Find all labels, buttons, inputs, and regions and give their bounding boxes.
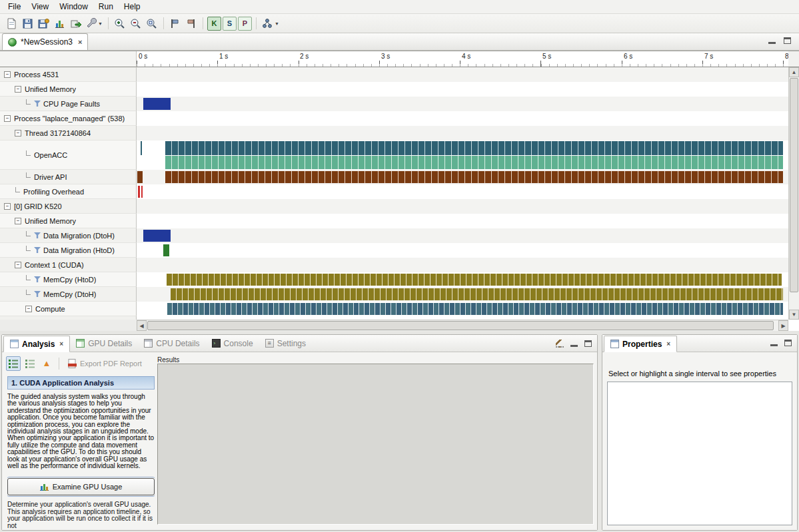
examine-gpu-usage-button[interactable]: Examine GPU Usage [7,478,155,495]
timeline-track[interactable] [137,302,788,316]
timeline-interval[interactable] [163,244,169,256]
collapse-icon[interactable] [4,203,11,210]
maximize-icon[interactable] [784,37,791,44]
tab-cpu-details[interactable]: CPU Details [138,335,205,352]
filter-icon[interactable] [34,232,41,238]
kernel-toggle-button[interactable]: K [207,17,221,31]
menu-view[interactable]: View [26,1,54,13]
tree-row-data-migration-htod[interactable]: Data Migration (HtoD) [0,243,137,258]
process-toggle-button[interactable]: P [238,17,252,31]
save-as-icon[interactable] [35,16,51,31]
zoom-in-icon[interactable] [112,16,128,31]
scroll-up-icon[interactable]: ▲ [789,67,799,77]
guided-analysis-icon[interactable] [6,356,21,371]
close-icon[interactable]: × [78,38,82,46]
stream-toggle-button[interactable]: S [223,17,237,31]
timeline-track[interactable] [137,287,788,302]
collapse-icon[interactable] [15,218,21,224]
new-session-icon[interactable] [3,16,19,31]
collapse-icon[interactable] [15,86,21,93]
timeline-interval[interactable] [165,156,784,169]
zoom-out-icon[interactable] [128,16,144,31]
horizontal-scroll-thumb[interactable] [147,321,774,330]
timeline-track[interactable] [137,126,788,140]
chart-icon[interactable] [51,16,67,31]
vertical-scroll-thumb[interactable] [790,78,798,292]
tree-row-compute[interactable]: Compute [0,302,137,316]
timeline-interval[interactable] [141,141,142,155]
collapse-icon[interactable] [15,130,21,136]
timeline-interval[interactable] [143,230,171,242]
timeline-track[interactable] [137,199,788,214]
menu-file[interactable]: File [3,1,26,13]
tab-console[interactable]: Console [206,335,259,352]
scroll-down-icon[interactable]: ▼ [789,310,799,320]
maximize-icon[interactable] [784,340,792,346]
timeline-track[interactable] [137,228,788,243]
timeline-interval[interactable] [167,303,783,315]
dropdown-arrow-icon[interactable]: ▼ [98,21,103,26]
timeline-interval[interactable] [143,98,171,110]
tree-row-profiling-overhead[interactable]: Profiling Overhead [0,184,137,199]
filter-icon[interactable] [34,291,41,297]
tree-row-unified-memory[interactable]: Unified Memory [0,82,137,97]
timeline-track[interactable] [137,258,788,272]
timeline-track[interactable] [137,82,788,97]
close-icon[interactable]: × [59,340,63,348]
export-icon[interactable] [67,16,83,31]
tree-row-context-1[interactable]: Context 1 (CUDA) [0,258,137,272]
scroll-right-icon[interactable]: ▶ [778,320,788,331]
tree-row-driver-api[interactable]: Driver API [0,170,137,184]
close-icon[interactable]: × [666,340,670,348]
profile-settings-icon[interactable]: ▼ [83,16,105,31]
minimize-icon[interactable] [570,341,578,347]
timeline-interval[interactable] [167,274,782,286]
export-pdf-report-button[interactable]: Export PDF Report [64,358,146,370]
tree-row-process-4531[interactable]: Process 4531 [0,67,137,82]
tree-row-cpu-page-faults[interactable]: CPU Page Faults [0,97,137,111]
timeline-track[interactable] [137,243,788,258]
timeline-track[interactable] [137,214,788,228]
timeline-interval[interactable] [137,171,143,183]
tab-session[interactable]: *NewSession3 × [2,33,88,50]
marker-flag-return-icon[interactable] [183,16,199,31]
minimize-icon[interactable] [768,38,776,44]
tab-gpu-details[interactable]: GPU Details [70,335,138,352]
tree-row-grid-k520[interactable]: [0] GRID K520 [0,199,137,214]
timeline-track[interactable] [137,170,788,184]
maximize-icon[interactable] [584,340,592,347]
horizontal-scrollbar[interactable]: ◀ ▶ [137,320,788,331]
tree-row-memcpy-dtoh[interactable]: MemCpy (DtoH) [0,287,137,302]
filter-icon[interactable] [34,276,41,282]
tree-row-memcpy-htod[interactable]: MemCpy (HtoD) [0,272,137,287]
tree-row-openacc[interactable]: OpenACC [0,140,137,170]
tree-row-thread[interactable]: Thread 3172140864 [0,126,137,140]
timeline-track[interactable] [137,111,788,126]
timeline-interval[interactable] [165,171,784,183]
collapse-icon[interactable] [15,262,21,268]
tab-settings[interactable]: Settings [259,335,312,352]
tree-row-unified-memory-gpu[interactable]: Unified Memory [0,214,137,228]
zoom-fit-icon[interactable] [144,16,160,31]
dropdown-arrow-icon[interactable]: ▼ [275,21,279,26]
analysis-icon[interactable]: ▼ [260,16,281,31]
timeline-track[interactable] [137,67,788,82]
timeline-track[interactable] [137,272,788,287]
menu-run[interactable]: Run [93,1,119,13]
unguided-analysis-icon[interactable] [23,356,37,371]
collapse-icon[interactable] [4,115,11,122]
view-menu-icon[interactable] [556,340,564,348]
menu-help[interactable]: Help [119,1,146,13]
timeline-interval[interactable] [138,186,139,198]
timeline-track[interactable] [137,140,788,170]
tab-analysis[interactable]: Analysis × [3,336,70,352]
timeline-interval[interactable] [171,288,784,300]
filter-icon[interactable] [34,101,41,107]
tab-properties[interactable]: Properties × [604,336,677,352]
save-icon[interactable] [19,16,35,31]
collapse-analysis-icon[interactable]: ▲ [39,356,54,371]
timeline-track[interactable] [137,184,788,199]
vertical-scrollbar[interactable]: ▲ ▼ [788,67,799,320]
menu-window[interactable]: Window [54,1,93,13]
timeline-track[interactable] [137,97,788,111]
